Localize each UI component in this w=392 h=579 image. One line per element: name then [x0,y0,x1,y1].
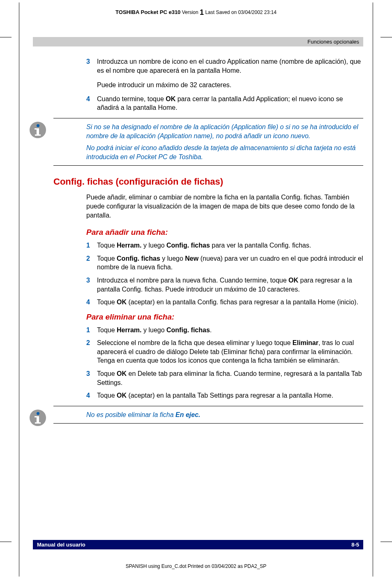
note-text: Si no se ha designado el nombre de la ap… [86,123,363,140]
t: (aceptar) en la pantalla Tab Settings pa… [127,392,333,399]
t: OK [117,392,127,399]
page-content: Funciones opcionales 3 Introduzca un nom… [45,37,363,424]
list-item: 2 Toque Config. fichas y luego New (nuev… [86,254,363,272]
t: en Delete tab para eliminar la ficha. Cu… [97,370,362,386]
t: Config. fichas [166,242,210,249]
t: OK [117,299,127,306]
step-text: Introduzca el nombre para la nueva ficha… [97,276,363,294]
list-item: 4 Toque OK (aceptar) en la pantalla Conf… [86,298,363,307]
crop-mark [0,542,12,542]
step-text: Introduzca un nombre de icono en el cuad… [97,57,363,75]
t: Eliminar [293,339,318,346]
step-text: Toque Herram. y luego Config. fichas par… [97,241,363,250]
t: Herram. [117,242,141,249]
t: En ejec. [175,411,200,418]
step-number: 4 [86,298,97,307]
info-icon [30,122,46,138]
t: para ver la pantalla Config. fichas. [210,242,311,249]
list-item: 4 Cuando termine, toque OK para cerrar l… [86,95,363,112]
t: Toque [97,299,117,306]
t: (aceptar) en la pantalla Config. fichas … [127,299,358,306]
step-text: Toque OK en Delete tab para eliminar la … [97,369,363,387]
step-text: Toque Config. fichas y luego New (nueva)… [97,254,363,272]
t: New [185,255,198,262]
footer-left: Manual del usuario [37,542,85,548]
text-bold: OK [166,95,175,102]
t: Seleccione el nombre de la ficha que des… [97,339,293,346]
delete-steps-list: 1 Toque Herram. y luego Config. fichas. … [86,326,363,400]
top-steps-list-cont: 4 Cuando termine, toque OK para cerrar l… [86,95,363,112]
step-text: Toque OK (aceptar) en la pantalla Tab Se… [97,391,363,400]
t: No es posible eliminar la ficha [86,411,175,418]
footer-bar: Manual del usuario 8-5 [33,540,363,549]
list-item: 3 Introduzca el nombre para la nueva fic… [86,276,363,294]
header-version-label: Version [180,9,200,15]
t: y luego [160,255,185,262]
list-item: 2 Seleccione el nombre de la ficha que d… [86,338,363,365]
step-number: 4 [86,391,97,400]
note-text: No podrá iniciar el icono añadido desde … [86,144,363,161]
step-number: 1 [86,241,97,250]
list-item: 4 Toque OK (aceptar) en la pantalla Tab … [86,391,363,400]
step-number: 3 [86,369,97,387]
step-number: 3 [86,276,97,294]
step-text: Cuando termine, toque OK para cerrar la … [97,95,363,112]
list-item: 3 Introduzca un nombre de icono en el cu… [86,57,363,75]
t: OK [117,370,127,377]
t: Introduzca el nombre para la nueva ficha… [97,277,288,284]
t: Toque [97,327,117,334]
step-number: 3 [86,57,97,75]
section-title-bar: Funciones opcionales [33,37,363,46]
list-item: 1 Toque Herram. y luego Config. fichas. [86,326,363,335]
step-subtext: Puede introducir un máximo de 32 caracte… [97,81,363,90]
header-saved: Last Saved on 03/04/2002 23:14 [204,9,277,15]
step-text: Toque Herram. y luego Config. fichas. [97,326,363,335]
t: Toque [97,242,117,249]
step-text: Toque OK (aceptar) en la pantalla Config… [97,298,363,307]
t: OK [288,277,298,284]
add-steps-list: 1 Toque Herram. y luego Config. fichas p… [86,241,363,307]
step-number: 2 [86,254,97,272]
heading-1: Config. fichas (configuración de fichas) [53,176,363,187]
step-text: Seleccione el nombre de la ficha que des… [97,338,363,365]
top-steps-list: 3 Introduzca un nombre de icono en el cu… [86,57,363,75]
t: y luego [142,242,166,249]
t: . [210,327,212,334]
t: Config. fichas [117,255,160,262]
intro-paragraph: Puede añadir, eliminar o cambiar de nomb… [86,193,363,220]
t: Toque [97,370,117,377]
list-item: 1 Toque Herram. y luego Config. fichas p… [86,241,363,250]
heading-2: Para eliminar una ficha: [86,313,363,322]
crop-mark [0,37,12,37]
page-header: TOSHIBA Pocket PC e310 Version 1 Last Sa… [19,8,373,17]
crop-mark [380,542,392,542]
t: Config. fichas [166,327,210,334]
note-text: No es posible eliminar la ficha En ejec. [86,410,363,419]
step-number: 4 [86,95,97,112]
heading-2: Para añadir una ficha: [86,228,363,237]
t: y luego [142,327,166,334]
text-part: Cuando termine, toque [97,95,166,102]
note-box: No es posible eliminar la ficha En ejec. [53,406,363,424]
step-number: 1 [86,326,97,335]
crop-mark [380,37,392,37]
header-product: TOSHIBA Pocket PC e310 [115,9,180,15]
t: Toque [97,392,117,399]
footer-page-number: 8-5 [351,542,359,548]
note-box: Si no se ha designado el nombre de la ap… [53,118,363,166]
t: Toque [97,255,117,262]
header-version-num: 1 [200,8,204,16]
print-info: SPANISH using Euro_C.dot Printed on 03/0… [19,563,373,569]
info-icon [30,410,46,426]
step-number: 2 [86,338,97,365]
list-item: 3 Toque OK en Delete tab para eliminar l… [86,369,363,387]
t: Herram. [117,327,141,334]
